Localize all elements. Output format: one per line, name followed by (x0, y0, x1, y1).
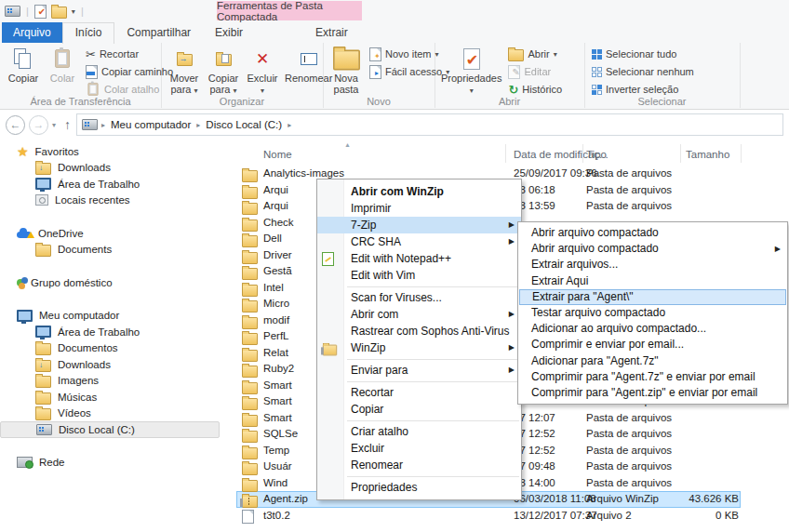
file-row-t3t0-2[interactable]: t3t0.213/12/2017 07:37Arquivo 20 KB (223, 508, 789, 525)
propriedades-button[interactable]: ✔Propriedades▾ (439, 44, 503, 98)
file-type: Pasta de arquivos (586, 200, 672, 211)
breadcrumb-item-disco-local-c[interactable]: Disco Local (C:) (204, 119, 284, 130)
sidebar-item-favoritos[interactable]: ★Favoritos (0, 143, 223, 160)
recortar-button[interactable]: ✂Recortar (86, 46, 173, 62)
history-dropdown-caret[interactable]: ▾ (52, 121, 56, 129)
button-label: Recortar (100, 48, 139, 60)
breadcrumb-arrow-icon: ▸ (196, 121, 200, 129)
tab-exibir[interactable]: Exibir (203, 22, 255, 43)
mover-para-button[interactable]: →Moverpara ▾ (166, 44, 203, 98)
context-menu-item-propriedades[interactable]: Propriedades (317, 479, 521, 496)
context-menu-item-copiar[interactable]: Copiar (317, 401, 521, 418)
back-button[interactable]: ← (6, 115, 25, 135)
delete-icon: ✕ (256, 53, 269, 65)
submenu-item-comprimir-para-agent-zip-e-enviar-por-email[interactable]: Comprimir para "Agent.zip" e enviar por … (518, 385, 787, 401)
sidebar-item-locais-recentes[interactable]: Locais recentes (0, 193, 223, 209)
sidebar-item-rede[interactable]: Rede (0, 455, 223, 472)
tab-in-cio[interactable]: Início (62, 22, 115, 44)
sidebar-item-label: Favoritos (35, 146, 79, 157)
context-menu-item-rastrear-com-sophos-anti-virus[interactable]: Rastrear com Sophos Anti-Virus (317, 323, 521, 339)
menu-item-label: Renomear (351, 459, 403, 472)
copiar-caminho-button[interactable]: Copiar caminho (86, 63, 173, 80)
submenu-item-abrir-arquivo-compactado[interactable]: Abrir arquivo compactado (518, 225, 787, 241)
context-menu-item-crc-sha[interactable]: CRC SHA▶ (317, 233, 521, 250)
selecionar-tudo-button[interactable]: Selecionar tudo (592, 46, 694, 62)
edit-icon: ✎ (508, 65, 520, 79)
column-header-tipo[interactable]: Tipo (586, 149, 607, 160)
sidebar-item-label: Imagens (58, 375, 99, 386)
context-menu-item-edit-with-notepad[interactable]: Edit with Notepad++ (317, 250, 521, 267)
colar-button[interactable]: Colar (44, 44, 81, 85)
sidebar-item-rea-de-trabalho[interactable]: Área de Trabalho (0, 324, 223, 340)
folder-icon (35, 242, 51, 257)
submenu-item-comprimir-e-enviar-por-email[interactable]: Comprimir e enviar por email... (518, 337, 787, 352)
context-menu-item-edit-with-vim[interactable]: Edit with Vim (317, 267, 521, 284)
context-menu-item-criar-atalho[interactable]: Criar atalho (317, 423, 521, 440)
context-menu-item-excluir[interactable]: Excluir (317, 440, 521, 457)
context-menu-item-renomear[interactable]: Renomear (317, 457, 521, 473)
folder-quick-icon[interactable] (51, 4, 67, 19)
column-header-nome[interactable]: Nome (263, 149, 292, 160)
context-menu-item-recortar[interactable]: Recortar (317, 384, 521, 401)
context-menu-item-scan-for-viruses[interactable]: Scan for Viruses... (317, 289, 521, 306)
ribbon-group-items: ✔Propriedades▾Abrir▾✎Editar↻Histórico (435, 44, 584, 96)
context-menu-item-winzip[interactable]: WinZip▶ (317, 339, 521, 356)
submenu-item-extrair-aqui[interactable]: Extrair Aqui (518, 273, 787, 289)
context-menu-item-imprimir[interactable]: Imprimir (317, 200, 521, 217)
context-menu-item-abrir-com-winzip[interactable]: Abrir com WinZip (317, 183, 521, 200)
sidebar-item-grupo-dom-stico[interactable]: Grupo doméstico (0, 274, 223, 291)
context-menu-item-enviar-para[interactable]: Enviar para▶ (317, 362, 521, 379)
sidebar-section-meu-computador: Meu computadorÁrea de TrabalhoDocumentos… (0, 308, 223, 438)
button-label: Colar (50, 73, 74, 84)
file-name: Micro (263, 298, 289, 309)
button-label: Colar atalho (104, 84, 159, 95)
file-name: Arqui (263, 184, 288, 195)
sidebar-item-downloads[interactable]: ↓Downloads (0, 356, 223, 373)
submenu-item-testar-arquivo-compactado[interactable]: Testar arquivo compactado (518, 305, 787, 321)
ribbon-group-label: Organizar (161, 96, 323, 108)
forward-button[interactable]: → (29, 115, 48, 135)
submenu-arrow-icon: ▶ (509, 233, 515, 250)
breadcrumb-item-meu-computador[interactable]: Meu computador (109, 119, 193, 130)
button-label: Excluir (247, 73, 277, 84)
new-folder-icon (339, 51, 354, 66)
sidebar-item-meu-computador[interactable]: Meu computador (0, 308, 223, 325)
sidebar-item-rea-de-trabalho[interactable]: Área de Trabalho (0, 176, 223, 193)
menu-item-label: Testar arquivo compactado (531, 306, 665, 319)
submenu-item-extrair-arquivos[interactable]: Extrair arquivos... (518, 257, 787, 273)
sidebar-item-m-sicas[interactable]: Músicas (0, 389, 223, 406)
menu-item-label: Recortar (351, 386, 394, 399)
column-header-tamanho[interactable]: Tamanho (686, 149, 729, 160)
copiar-para-button[interactable]: Copiarpara ▾ (205, 44, 242, 98)
submenu-arrow-icon: ▶ (509, 306, 515, 323)
context-menu-item-abrir-com[interactable]: Abrir com▶ (317, 306, 521, 323)
editar-button[interactable]: ✎Editar (508, 63, 562, 80)
sidebar-item-imagens[interactable]: Imagens (0, 373, 223, 390)
copiar-button[interactable]: Copiar (5, 44, 42, 85)
selecionar-nenhum-button[interactable]: Selecionar nenhum (592, 63, 694, 80)
up-button[interactable]: ↑ (64, 117, 71, 132)
tab-compartilhar[interactable]: Compartilhar (114, 22, 203, 43)
sidebar-item-onedrive[interactable]: OneDrive (0, 225, 223, 242)
ribbon-group-selecionar: Selecionar tudoSelecionar nenhumInverter… (584, 43, 741, 108)
submenu-item-abrir-arquivo-compactado[interactable]: Abrir arquivo compactado▶ (518, 241, 787, 257)
submenu-item-adicionar-para-agent-7z[interactable]: Adicionar para "Agent.7z" (518, 353, 787, 369)
sidebar-item-documentos[interactable]: Documentos (0, 340, 223, 357)
nova-pasta-button[interactable]: Novapasta (328, 44, 365, 96)
context-menu-item-7-zip[interactable]: 7-Zip▶ (317, 217, 521, 233)
properties-quick-icon[interactable]: ✔ (34, 5, 47, 19)
folder-icon (35, 390, 51, 405)
sidebar-item-v-deos[interactable]: Vídeos (0, 406, 223, 422)
tab-extrair[interactable]: Extrair (303, 22, 360, 43)
submenu-item-extrair-para-agent[interactable]: Extrair para "Agent\" (519, 289, 786, 305)
abrir-button[interactable]: Abrir▾ (508, 46, 562, 62)
sidebar-item-downloads[interactable]: ↓Downloads (0, 160, 223, 177)
tab-arquivo[interactable]: Arquivo (2, 22, 62, 43)
quick-access-dropdown-caret[interactable]: ▾ (72, 7, 75, 16)
excluir-button[interactable]: ✕Excluir▾ (244, 44, 281, 98)
submenu-item-comprimir-para-agent-7z-e-enviar-por-email[interactable]: Comprimir para "Agent.7z" e enviar por e… (518, 369, 787, 385)
submenu-item-adicionar-ao-arquivo-compactado[interactable]: Adicionar ao arquivo compactado... (518, 321, 787, 337)
sidebar-item-documents[interactable]: Documents (0, 242, 223, 259)
sidebar-item-disco-local-c[interactable]: Disco Local (C:) (0, 421, 220, 438)
breadcrumb[interactable]: ▸Meu computador▸Disco Local (C:)▸ (76, 113, 783, 136)
